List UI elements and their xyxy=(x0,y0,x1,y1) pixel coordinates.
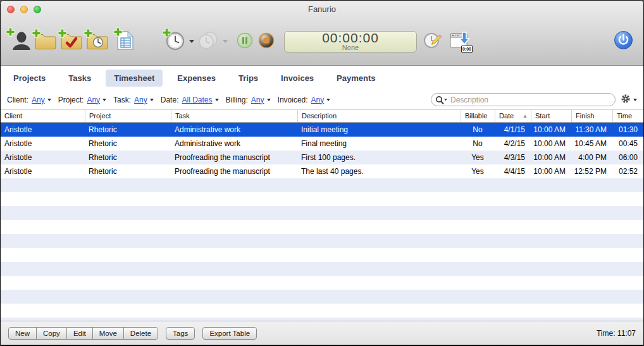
timer-elapsed: 00:00:00 xyxy=(322,32,379,44)
window-chrome: Fanurio xyxy=(1,1,643,66)
tags-button[interactable]: Tags xyxy=(166,327,195,340)
table-row[interactable]: Aristotle Rhetoric Administrative work I… xyxy=(1,123,643,137)
cell-time: 00:45 xyxy=(612,137,643,151)
column-header-finish[interactable]: Finish xyxy=(571,110,612,122)
filter-date-value[interactable]: All Dates xyxy=(182,96,212,104)
cell-project: Rhetoric xyxy=(85,137,171,151)
cell-billable: No xyxy=(461,137,495,151)
filter-invoiced-value[interactable]: Any xyxy=(311,96,325,104)
cell-task: Administrative work xyxy=(171,137,297,151)
start-timer-icon[interactable] xyxy=(164,30,185,53)
filter-date: Date: All Dates xyxy=(161,96,219,104)
cell-client: Aristotle xyxy=(1,123,85,137)
edit-timer-icon[interactable] xyxy=(423,31,442,53)
column-header-date[interactable]: Date▲ xyxy=(495,110,531,122)
filter-billing-value[interactable]: Any xyxy=(251,96,264,104)
column-header-time[interactable]: Time xyxy=(612,110,643,122)
cell-start: 10:00 AM xyxy=(531,151,571,164)
table-header: Client Project Task Description Billable… xyxy=(1,109,643,123)
filter-client-dropdown-icon[interactable] xyxy=(47,99,51,101)
filter-client-value[interactable]: Any xyxy=(32,96,45,104)
resume-timer-icon[interactable] xyxy=(197,30,218,53)
pause-icon[interactable] xyxy=(237,32,253,51)
column-header-start[interactable]: Start xyxy=(531,110,571,122)
filter-project: Project: Any xyxy=(58,96,106,104)
cell-start: 10:00 AM xyxy=(531,137,571,151)
minimize-window-icon[interactable] xyxy=(20,6,28,13)
power-icon[interactable] xyxy=(614,30,633,53)
cell-project: Rhetoric xyxy=(85,123,171,137)
add-time-to-invoice-icon[interactable]: 0:00 xyxy=(449,31,471,53)
copy-button[interactable]: Copy xyxy=(36,327,67,340)
cell-billable: Yes xyxy=(461,164,495,178)
cell-description: First 100 pages. xyxy=(297,151,461,164)
search-box xyxy=(431,93,616,106)
new-task-icon[interactable] xyxy=(60,31,83,53)
timer-display: 00:00:00 None xyxy=(284,31,417,53)
column-header-client[interactable]: Client xyxy=(1,110,85,122)
new-invoice-icon[interactable] xyxy=(116,30,135,53)
delete-button[interactable]: Delete xyxy=(123,327,158,340)
filter-task-value[interactable]: Any xyxy=(134,96,147,104)
filter-task: Task: Any xyxy=(113,96,154,104)
column-header-description[interactable]: Description xyxy=(297,110,461,122)
edit-button[interactable]: Edit xyxy=(66,327,93,340)
traffic-lights xyxy=(7,6,41,13)
filter-task-label: Task: xyxy=(113,96,131,104)
cell-date: 4/4/15 xyxy=(495,164,531,178)
close-window-icon[interactable] xyxy=(7,6,15,13)
filter-bar: Client: Any Project: Any Task: Any Date:… xyxy=(1,90,643,109)
cell-start: 10:00 AM xyxy=(531,164,571,178)
edit-button-group: New Copy Edit Move Delete xyxy=(8,327,158,340)
filter-invoiced-label: Invoiced: xyxy=(278,96,308,104)
cell-client: Aristotle xyxy=(1,151,85,164)
tab-timesheet[interactable]: Timesheet xyxy=(106,70,163,87)
export-table-button[interactable]: Export Table xyxy=(202,327,257,340)
search-icon[interactable] xyxy=(435,96,448,107)
cell-project: Rhetoric xyxy=(85,151,171,164)
cell-task: Administrative work xyxy=(171,123,297,137)
search-input[interactable] xyxy=(431,93,616,106)
gear-dropdown-icon[interactable] xyxy=(633,99,637,101)
tab-expenses[interactable]: Expenses xyxy=(169,70,224,87)
gear-icon[interactable] xyxy=(621,94,631,106)
column-header-project[interactable]: Project xyxy=(85,110,171,122)
cell-billable: Yes xyxy=(461,151,495,164)
filter-billing-dropdown-icon[interactable] xyxy=(267,99,271,101)
filter-date-label: Date: xyxy=(161,96,179,104)
cell-description: Initial meeting xyxy=(297,123,461,137)
new-project-icon[interactable] xyxy=(34,31,57,53)
stop-icon[interactable] xyxy=(258,32,275,51)
move-button[interactable]: Move xyxy=(92,327,124,340)
invoice-time-badge: 0:00 xyxy=(461,46,473,53)
cell-date: 4/1/15 xyxy=(495,123,531,137)
column-header-task[interactable]: Task xyxy=(171,110,297,122)
start-timer-dropdown-icon[interactable] xyxy=(189,40,194,43)
filter-invoiced-dropdown-icon[interactable] xyxy=(326,99,330,101)
filter-project-value[interactable]: Any xyxy=(87,96,100,104)
new-project-timer-icon[interactable] xyxy=(86,31,109,53)
filter-project-dropdown-icon[interactable] xyxy=(102,99,106,101)
new-client-icon[interactable] xyxy=(8,30,31,54)
tab-invoices[interactable]: Invoices xyxy=(273,70,322,87)
timesheet-table: Aristotle Rhetoric Administrative work I… xyxy=(1,123,643,321)
cell-client: Aristotle xyxy=(1,137,85,151)
sort-asc-icon: ▲ xyxy=(523,110,528,122)
table-row[interactable]: Aristotle Rhetoric Administrative work F… xyxy=(1,137,643,151)
table-row[interactable]: Aristotle Rhetoric Proofreading the manu… xyxy=(1,164,643,178)
table-row[interactable]: Aristotle Rhetoric Proofreading the manu… xyxy=(1,151,643,164)
tab-payments[interactable]: Payments xyxy=(328,70,383,87)
new-button[interactable]: New xyxy=(8,327,37,340)
tab-projects[interactable]: Projects xyxy=(5,70,54,87)
filter-date-dropdown-icon[interactable] xyxy=(215,99,219,101)
tab-tasks[interactable]: Tasks xyxy=(60,70,99,87)
filter-task-dropdown-icon[interactable] xyxy=(150,99,154,101)
cell-start: 10:00 AM xyxy=(531,123,571,137)
titlebar[interactable]: Fanurio xyxy=(1,1,643,18)
cell-project: Rhetoric xyxy=(85,164,171,178)
column-header-billable[interactable]: Billable xyxy=(461,110,495,122)
cell-date: 4/3/15 xyxy=(495,151,531,164)
tab-trips[interactable]: Trips xyxy=(230,70,266,87)
cell-time: 02:52 xyxy=(612,164,643,178)
zoom-window-icon[interactable] xyxy=(34,6,41,13)
